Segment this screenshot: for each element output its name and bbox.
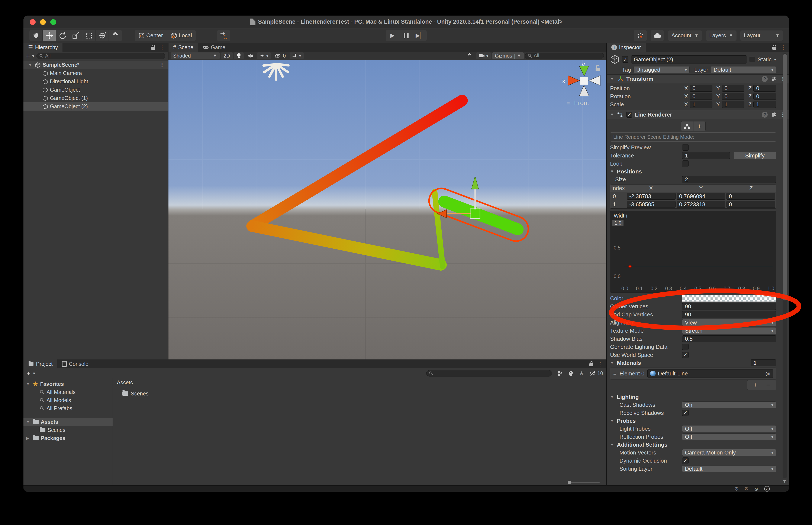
position-z-field[interactable]: 0 [753, 85, 776, 92]
foldout-icon[interactable]: ▼ [28, 63, 33, 68]
color-gradient-swatch[interactable] [682, 295, 776, 302]
assets-folder-row[interactable]: ▼ Assets [24, 418, 113, 426]
end-cap-vertices-field[interactable]: 90 [682, 311, 776, 318]
favorites-folder[interactable]: ▼ ★ Favorites [24, 380, 113, 388]
hierarchy-item-directional-light[interactable]: Directional Light [24, 77, 168, 86]
pos0-x-field[interactable]: -2.38783 [627, 193, 676, 200]
pause-button[interactable] [400, 30, 413, 41]
foldout-icon[interactable]: ▶ [26, 436, 31, 440]
rect-tool-button[interactable] [82, 30, 96, 41]
close-window-button[interactable] [30, 19, 35, 25]
status-ok-icon[interactable]: ✓ [764, 486, 770, 492]
additional-settings-foldout[interactable]: ▼ Additional Settings [610, 441, 776, 449]
grid-visibility-dropdown[interactable]: ▾ [290, 52, 304, 59]
filter-by-label-icon[interactable] [568, 371, 574, 376]
scene-audio-button[interactable] [245, 52, 256, 59]
tag-dropdown[interactable]: Untagged▾ [634, 66, 690, 73]
rotate-tool-button[interactable] [56, 30, 69, 41]
rotation-z-field[interactable]: 0 [753, 93, 776, 100]
foldout-icon[interactable]: ▼ [610, 169, 615, 174]
foldout-icon[interactable]: ▼ [610, 112, 615, 117]
gizmos-dropdown[interactable]: Gizmos | ▼ [492, 52, 524, 59]
cache-server-disabled-icon[interactable]: ⊘ [734, 486, 739, 492]
pos0-z-field[interactable]: 0 [726, 193, 775, 200]
chevron-down-icon[interactable]: ▾ [32, 54, 34, 59]
generate-lighting-checkbox[interactable] [682, 344, 688, 350]
use-world-space-checkbox[interactable]: ✓ [682, 352, 688, 358]
chevron-down-icon[interactable]: ▾ [774, 57, 776, 62]
hierarchy-item-main-camera[interactable]: Main Camera [24, 69, 168, 77]
receive-shadows-checkbox[interactable]: ✓ [682, 410, 688, 416]
materials-count-field[interactable]: 1 [751, 359, 776, 366]
dynamic-occlusion-checkbox[interactable]: ✓ [682, 457, 688, 464]
scenes-folder-row[interactable]: Scenes [24, 426, 113, 434]
step-button[interactable]: ▶▏ [413, 30, 427, 41]
simplify-preview-checkbox[interactable] [682, 144, 688, 151]
lighting-foldout[interactable]: ▼ Lighting [610, 393, 776, 401]
corner-vertices-field[interactable]: 90 [682, 303, 776, 310]
hierarchy-item-gameobject-2[interactable]: GameObject (2) [24, 102, 168, 110]
size-field[interactable]: 2 [682, 176, 776, 183]
move-tool-button[interactable] [43, 30, 56, 41]
object-picker-icon[interactable]: ◎ [765, 370, 770, 377]
pivot-center-button[interactable]: Center [135, 30, 167, 41]
asset-item-scenes[interactable]: Scenes [122, 389, 606, 398]
static-checkbox[interactable] [750, 57, 755, 62]
scene-canvas[interactable]: y x [169, 60, 606, 359]
add-points-button[interactable]: + [693, 121, 706, 131]
pos1-y-field[interactable]: 0.2723318 [677, 201, 725, 208]
cast-shadows-dropdown[interactable]: On▾ [682, 402, 776, 408]
scene-camera-dropdown[interactable]: ▾ [476, 52, 491, 59]
favorites-all-prefabs[interactable]: All Prefabs [24, 404, 113, 412]
scale-tool-button[interactable] [69, 30, 82, 41]
play-button[interactable]: ▶ [386, 30, 400, 41]
hierarchy-scene-row[interactable]: ▼ SampleScene* ⋮ [24, 61, 168, 69]
console-tab[interactable]: Console [57, 359, 93, 369]
sorting-layer-dropdown[interactable]: Default▾ [682, 465, 776, 472]
position-y-field[interactable]: 0 [722, 85, 744, 92]
pos1-x-field[interactable]: -3.650505 [627, 201, 676, 208]
lock-icon[interactable] [772, 47, 776, 50]
layout-dropdown[interactable]: Layout▼ [740, 30, 783, 41]
thumbnail-size-slider[interactable] [568, 482, 600, 483]
presets-icon[interactable] [771, 76, 777, 81]
component-enabled-checkbox[interactable]: ✓ [626, 112, 632, 118]
scene-viewport[interactable]: y x [169, 60, 606, 359]
hierarchy-tab[interactable]: ☰ Hierarchy [24, 43, 62, 52]
foldout-icon[interactable]: ▼ [610, 361, 615, 365]
cloud-button[interactable] [651, 30, 664, 41]
kebab-menu-icon[interactable]: ⋮ [159, 44, 165, 51]
2d-toggle-button[interactable]: 2D [221, 52, 233, 59]
account-dropdown[interactable]: Account▼ [668, 30, 702, 41]
scene-search-input[interactable]: All [525, 52, 604, 59]
tolerance-field[interactable]: 1 [682, 152, 730, 159]
collab-disabled-icon[interactable]: ⍉ [745, 486, 748, 492]
favorites-all-models[interactable]: All Models [24, 396, 113, 404]
edit-points-button[interactable] [681, 121, 693, 131]
filter-by-type-icon[interactable] [557, 371, 563, 376]
hierarchy-search-input[interactable]: All [37, 53, 165, 59]
layer-dropdown[interactable]: Default▾ [711, 66, 776, 73]
collab-button[interactable]: x [634, 30, 647, 41]
transform-header[interactable]: ▼ Transform ? ⋮ [607, 74, 789, 83]
positions-foldout[interactable]: ▼ Positions [610, 168, 776, 175]
handle-local-button[interactable]: Local [167, 30, 196, 41]
alignment-dropdown[interactable]: View▾ [682, 319, 776, 326]
inspector-scrollbar[interactable] [783, 53, 787, 478]
help-icon[interactable]: ? [762, 112, 768, 118]
hidden-packages-count[interactable]: 10 [590, 370, 603, 376]
hierarchy-item-gameobject[interactable]: GameObject [24, 86, 168, 94]
simplify-button[interactable]: Simplify [734, 152, 777, 159]
scene-tab[interactable]: # Scene [169, 43, 198, 52]
scale-z-field[interactable]: 1 [753, 101, 776, 108]
add-asset-button[interactable]: + [27, 370, 30, 377]
hand-tool-button[interactable] [29, 30, 43, 41]
materials-foldout[interactable]: ▼ Materials 1 [610, 359, 776, 367]
add-gameobject-button[interactable]: + [26, 52, 30, 59]
grid-snapping-button[interactable] [217, 30, 230, 41]
kebab-menu-icon[interactable]: ⋮ [781, 44, 786, 51]
loop-checkbox[interactable] [682, 161, 688, 167]
foldout-icon[interactable]: ▼ [610, 76, 615, 81]
transform-tool-button[interactable] [96, 30, 109, 41]
position-x-field[interactable]: 0 [690, 85, 712, 92]
